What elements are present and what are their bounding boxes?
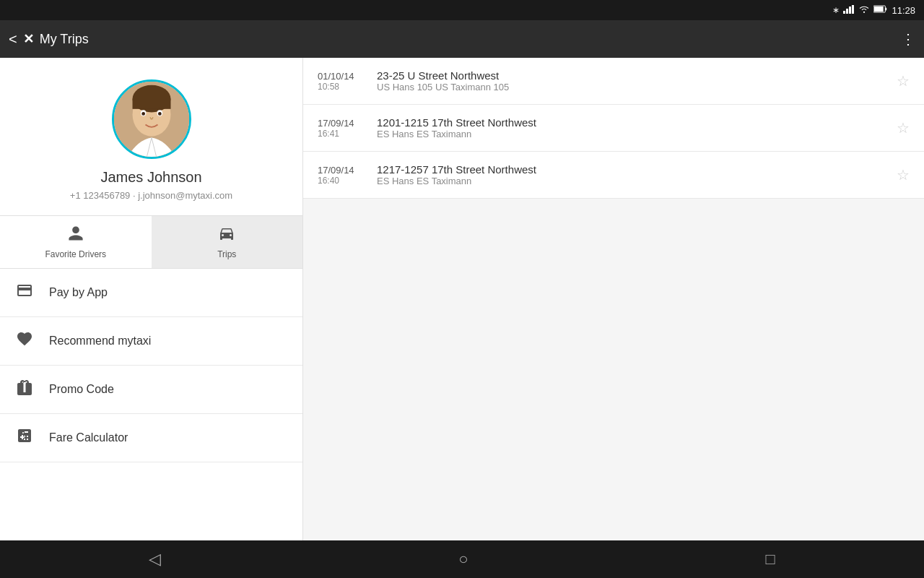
trip-star-3[interactable]: ☆ — [897, 166, 910, 184]
time-display: 11:28 — [892, 5, 915, 16]
svg-rect-2 — [849, 7, 851, 14]
menu-item-fare-calculator[interactable]: Fare Calculator — [0, 414, 302, 462]
profile-name: James Johnson — [100, 169, 201, 186]
svg-rect-19 — [24, 382, 26, 392]
back-nav-button[interactable]: ◁ — [149, 550, 161, 569]
recents-nav-button[interactable]: □ — [766, 550, 775, 569]
trip-time-2: 16:41 — [318, 129, 368, 139]
menu-item-promo-code[interactable]: Promo Code — [0, 366, 302, 414]
svg-rect-18 — [25, 387, 31, 392]
svg-rect-6 — [886, 8, 887, 11]
trip-date-main-2: 17/09/14 — [318, 118, 368, 129]
svg-rect-11 — [132, 99, 170, 109]
trip-star-2[interactable]: ☆ — [897, 119, 910, 137]
bluetooth-icon: ∗ — [832, 5, 840, 15]
svg-rect-0 — [843, 11, 845, 14]
status-bar: ∗ 11:28 — [0, 0, 924, 20]
calculator-icon — [14, 427, 35, 449]
bottom-nav: ◁ ○ □ — [0, 540, 924, 578]
tab-trips-label: Trips — [217, 249, 236, 259]
trip-driver-1: US Hans 105 US Taximann 105 — [377, 82, 897, 92]
svg-rect-17 — [18, 387, 24, 392]
main-content: James Johnson +1 123456789 · j.johnson@m… — [0, 58, 924, 540]
trip-date-1: 01/10/14 10:58 — [318, 71, 368, 92]
pay-by-app-label: Pay by App — [49, 286, 108, 299]
recommend-mytaxi-label: Recommend mytaxi — [49, 335, 151, 348]
trip-date-3: 17/09/14 16:40 — [318, 165, 368, 186]
status-icons: ∗ 11:28 — [832, 5, 915, 16]
favorite-drivers-icon — [67, 225, 84, 246]
right-panel: 01/10/14 10:58 23-25 U Street Northwest … — [303, 58, 924, 540]
top-bar: < ✕ My Trips ⋮ — [0, 20, 924, 58]
tab-favorite-drivers-label: Favorite Drivers — [45, 249, 106, 259]
trip-driver-3: ES Hans ES Taximann — [377, 176, 897, 186]
back-button[interactable]: < — [9, 31, 17, 48]
gift-icon — [14, 379, 35, 400]
trip-details-3: 1217-1257 17th Street Northwest ES Hans … — [368, 163, 897, 186]
trip-address-1: 23-25 U Street Northwest — [377, 69, 897, 82]
menu-button[interactable]: ⋮ — [901, 30, 915, 48]
trip-star-1[interactable]: ☆ — [897, 72, 910, 90]
profile-info: +1 123456789 · j.johnson@mytaxi.com — [70, 190, 232, 201]
tabs: Favorite Drivers Trips — [0, 216, 302, 269]
signal-icon — [843, 5, 855, 16]
wifi-icon — [858, 5, 870, 16]
menu-item-recommend-mytaxi[interactable]: Recommend mytaxi — [0, 317, 302, 366]
left-panel: James Johnson +1 123456789 · j.johnson@m… — [0, 58, 303, 540]
heart-icon — [14, 330, 35, 352]
trip-time-3: 16:40 — [318, 176, 368, 186]
trip-date-2: 17/09/14 16:41 — [318, 118, 368, 139]
svg-rect-7 — [874, 7, 884, 12]
menu-item-pay-by-app[interactable]: Pay by App — [0, 269, 302, 317]
avatar-image — [114, 82, 189, 157]
home-nav-button[interactable]: ○ — [458, 550, 468, 569]
trip-driver-2: ES Hans ES Taximann — [377, 129, 897, 139]
page-title: My Trips — [40, 32, 89, 47]
app-logo: ✕ — [23, 31, 34, 47]
svg-point-14 — [141, 112, 145, 116]
trip-address-3: 1217-1257 17th Street Northwest — [377, 163, 897, 176]
trip-date-main-1: 01/10/14 — [318, 71, 368, 82]
tab-trips[interactable]: Trips — [152, 216, 303, 268]
profile-section: James Johnson +1 123456789 · j.johnson@m… — [0, 58, 302, 216]
trip-address-2: 1201-1215 17th Street Northwest — [377, 116, 897, 129]
trip-item[interactable]: 17/09/14 16:40 1217-1257 17th Street Nor… — [303, 152, 924, 199]
trip-item[interactable]: 01/10/14 10:58 23-25 U Street Northwest … — [303, 58, 924, 105]
svg-point-15 — [157, 112, 161, 116]
svg-rect-3 — [852, 5, 854, 14]
trip-time-1: 10:58 — [318, 82, 368, 92]
avatar — [112, 79, 191, 159]
promo-code-label: Promo Code — [49, 383, 114, 396]
battery-icon — [873, 5, 888, 15]
fare-calculator-label: Fare Calculator — [49, 431, 128, 444]
trip-date-main-3: 17/09/14 — [318, 165, 368, 176]
pay-by-app-icon — [14, 282, 35, 303]
svg-point-4 — [863, 11, 865, 12]
tab-favorite-drivers[interactable]: Favorite Drivers — [0, 216, 152, 268]
trip-item[interactable]: 17/09/14 16:41 1201-1215 17th Street Nor… — [303, 105, 924, 152]
trips-icon — [218, 225, 235, 246]
svg-rect-1 — [846, 9, 848, 14]
trip-details-1: 23-25 U Street Northwest US Hans 105 US … — [368, 69, 897, 92]
trip-details-2: 1201-1215 17th Street Northwest ES Hans … — [368, 116, 897, 139]
